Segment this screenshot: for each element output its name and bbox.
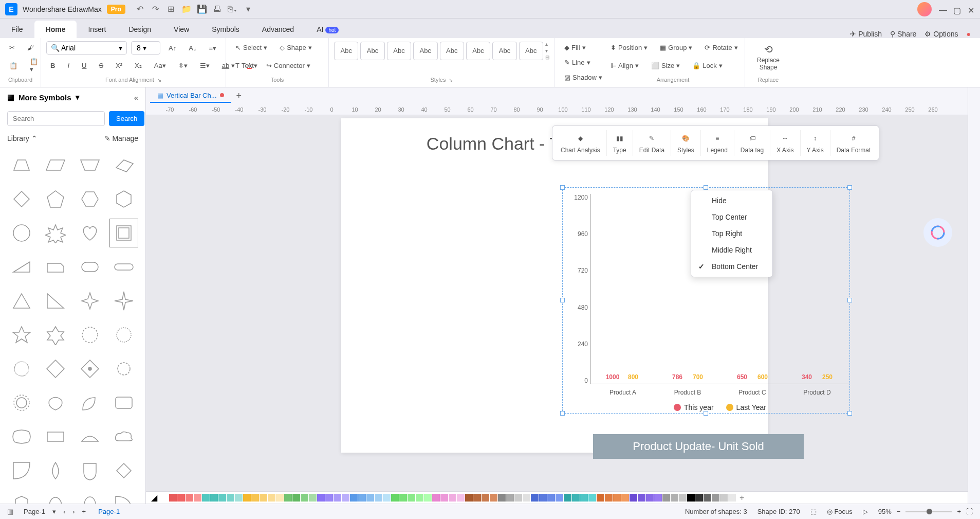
color-swatch[interactable] xyxy=(646,494,654,502)
symbol-search-button[interactable]: Search xyxy=(109,111,144,126)
legend-option-top-center[interactable]: Top Center xyxy=(691,209,772,225)
eyedropper-icon[interactable]: ◢ xyxy=(151,493,157,503)
shape-leaf[interactable] xyxy=(76,388,104,417)
resize-handle-n[interactable] xyxy=(704,185,708,190)
styles-more-icon[interactable]: ⊟ xyxy=(545,55,549,60)
color-swatch[interactable] xyxy=(227,494,234,502)
grow-font-icon[interactable]: A↑ xyxy=(164,42,180,55)
color-swatch[interactable] xyxy=(202,494,210,502)
shape-quarter[interactable] xyxy=(7,456,36,485)
color-swatch[interactable] xyxy=(547,494,555,502)
rotate-button[interactable]: ⟳ Rotate▾ xyxy=(700,41,742,54)
shape-gear[interactable] xyxy=(7,388,36,417)
color-swatch[interactable] xyxy=(662,494,670,502)
shape-drop[interactable] xyxy=(41,456,70,485)
caption-box[interactable]: Product Update- Unit Sold xyxy=(593,434,804,459)
chart-tool-y-axis[interactable]: ↕Y Axis xyxy=(801,130,830,156)
style-preset-6[interactable]: Abc xyxy=(466,42,490,60)
document-tab[interactable]: ▦ Vertical Bar Ch... xyxy=(150,89,231,103)
color-swatch[interactable] xyxy=(260,494,267,502)
color-swatch[interactable] xyxy=(292,494,300,502)
focus-button[interactable]: ◎ Focus xyxy=(827,508,853,515)
font-group-expand[interactable]: ↘ xyxy=(157,77,161,83)
shape-stadium[interactable] xyxy=(76,253,104,281)
shape-blob[interactable] xyxy=(41,388,70,417)
add-tab-button[interactable]: + xyxy=(231,88,247,103)
size-button[interactable]: ⬜ Size▾ xyxy=(647,59,684,72)
cut-icon[interactable]: ✂ xyxy=(5,41,19,54)
color-swatch[interactable] xyxy=(251,494,259,502)
open-icon[interactable]: 📁 xyxy=(182,5,191,14)
right-panel-collapsed[interactable] xyxy=(968,87,980,504)
shape-star-8[interactable] xyxy=(41,219,70,247)
tab-symbols[interactable]: Symbols xyxy=(200,21,251,38)
color-swatch[interactable] xyxy=(325,494,333,502)
tab-file[interactable]: File xyxy=(0,21,34,38)
resize-handle-se[interactable] xyxy=(847,411,852,416)
color-swatch[interactable] xyxy=(235,494,243,502)
color-swatch[interactable] xyxy=(399,494,407,502)
new-icon[interactable]: ⊞ xyxy=(167,5,176,14)
group-button[interactable]: ▦ Group▾ xyxy=(656,41,696,54)
legend-option-hide[interactable]: Hide xyxy=(691,192,772,209)
color-swatch[interactable] xyxy=(597,494,604,502)
color-swatch[interactable] xyxy=(621,494,629,502)
shape-star-6[interactable] xyxy=(41,320,70,349)
undo-icon[interactable]: ↶ xyxy=(136,5,145,14)
list-icon[interactable]: ☰▾ xyxy=(196,59,214,72)
tab-insert[interactable]: Insert xyxy=(77,21,117,38)
style-preset-3[interactable]: Abc xyxy=(387,42,411,60)
color-swatch[interactable] xyxy=(556,494,563,502)
italic-icon[interactable]: I xyxy=(63,59,73,72)
align-button[interactable]: ⊫ Align▾ xyxy=(606,59,643,72)
color-swatch[interactable] xyxy=(276,494,284,502)
chart-tool-chart-analysis[interactable]: ◆Chart Analysis xyxy=(554,130,607,156)
color-swatch[interactable] xyxy=(506,494,514,502)
color-swatch[interactable] xyxy=(284,494,292,502)
style-preset-1[interactable]: Abc xyxy=(334,42,358,60)
paste-icon[interactable]: 📋▾ xyxy=(26,55,42,76)
color-swatch[interactable] xyxy=(350,494,358,502)
resize-handle-ne[interactable] xyxy=(847,185,852,190)
shape-sparkle[interactable] xyxy=(109,287,138,315)
save-icon[interactable]: 💾 xyxy=(197,5,207,14)
color-swatch[interactable] xyxy=(268,494,275,502)
color-swatch[interactable] xyxy=(416,494,423,502)
color-swatch[interactable] xyxy=(704,494,711,502)
shape-pentagon[interactable] xyxy=(41,185,70,213)
replace-shape-button[interactable]: ⟲ Replace Shape xyxy=(750,41,786,73)
color-swatch[interactable] xyxy=(572,494,580,502)
color-swatch[interactable] xyxy=(358,494,366,502)
fill-button[interactable]: ◆ Fill▾ xyxy=(560,41,596,54)
shape-right-triangle[interactable] xyxy=(41,287,70,315)
styles-group-expand[interactable]: ↘ xyxy=(449,77,453,83)
shape-rect[interactable] xyxy=(109,388,138,417)
shape-egg-2[interactable] xyxy=(76,490,104,504)
color-swatch[interactable] xyxy=(177,494,185,502)
line-spacing-icon[interactable]: ⇳▾ xyxy=(174,59,192,72)
style-preset-7[interactable]: Abc xyxy=(492,42,516,60)
notify-icon[interactable]: ● xyxy=(967,30,971,38)
color-swatch[interactable] xyxy=(317,494,325,502)
color-swatch[interactable] xyxy=(375,494,382,502)
shape-hexagon[interactable] xyxy=(76,185,104,213)
tab-view[interactable]: View xyxy=(162,21,200,38)
color-swatch[interactable] xyxy=(465,494,473,502)
shape-star-5[interactable] xyxy=(7,320,36,349)
maximize-icon[interactable]: ▢ xyxy=(953,6,960,13)
color-swatch[interactable] xyxy=(671,494,678,502)
shape-card[interactable] xyxy=(41,253,70,281)
color-swatch[interactable] xyxy=(531,494,539,502)
color-swatch[interactable] xyxy=(186,494,193,502)
shape-star-4[interactable] xyxy=(76,287,104,315)
font-family-select[interactable]: 🔍Arial▾ xyxy=(46,41,127,55)
shape-heart[interactable] xyxy=(76,219,104,247)
shape-cloud[interactable] xyxy=(109,422,138,451)
text-tool[interactable]: T Text xyxy=(231,59,258,72)
color-swatch[interactable] xyxy=(342,494,349,502)
color-swatch[interactable] xyxy=(457,494,465,502)
color-swatch[interactable] xyxy=(449,494,456,502)
color-swatch[interactable] xyxy=(490,494,497,502)
shape-parallelogram[interactable] xyxy=(41,151,70,180)
shape-arch[interactable] xyxy=(76,422,104,451)
